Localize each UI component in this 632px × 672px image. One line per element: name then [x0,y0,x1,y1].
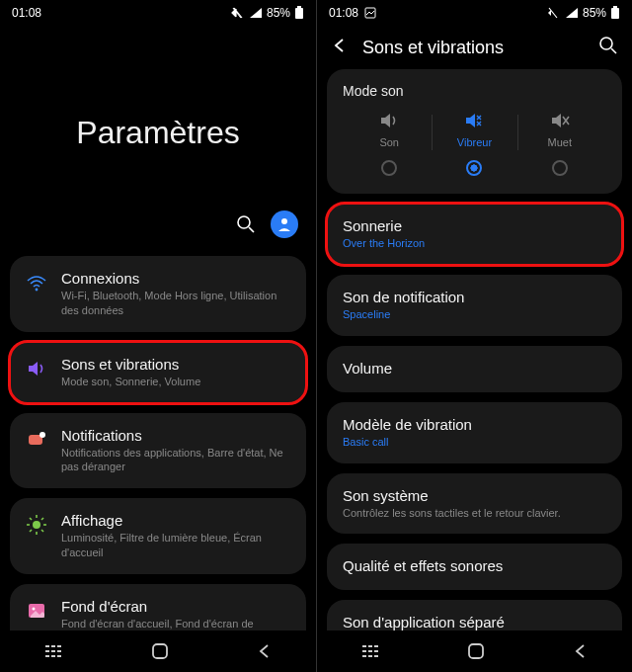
phone-right: 01:08 85% Sons et vibrations Mode son So… [316,0,632,672]
item-sub: Mode son, Sonnerie, Volume [61,375,290,389]
item-sonnerie[interactable]: Sonnerie Over the Horizon [327,204,622,265]
sound-icon [378,111,400,130]
settings-item-notifications[interactable]: Notifications Notifications des applicat… [10,413,306,489]
mode-label: Vibreur [457,136,492,148]
item-modele-vibration[interactable]: Modèle de vibration Basic call [327,402,622,463]
item-title: Volume [343,360,606,377]
radio-unchecked[interactable] [552,160,568,176]
nav-back-icon[interactable] [573,643,589,659]
wifi-icon [26,272,47,297]
item-title: Affichage [61,512,290,529]
svg-point-8 [40,432,45,438]
profile-avatar[interactable] [271,210,298,238]
notification-icon [26,429,47,455]
svg-point-34 [600,38,612,49]
item-volume[interactable]: Volume [327,346,622,392]
svg-line-17 [41,518,43,520]
item-title: Son de notification [343,289,606,305]
mode-son-label: Mode son [343,83,606,99]
mode-label: Son [379,136,399,148]
status-icons: 85% [231,6,304,20]
nav-home-icon[interactable] [467,642,485,660]
appbar-title: Sons et vibrations [362,38,585,58]
svg-rect-47 [469,644,483,658]
mode-son[interactable]: Son [347,111,432,180]
svg-rect-33 [613,6,617,8]
radio-unchecked[interactable] [381,160,397,176]
settings-item-connexions[interactable]: Connexions Wi-Fi, Bluetooth, Mode Hors l… [10,256,306,332]
search-icon[interactable] [598,36,618,59]
item-son-systeme[interactable]: Son système Contrôlez les sons tactiles … [327,473,622,535]
item-title: Connexions [61,270,290,287]
item-title: Fond d'écran [61,598,290,615]
svg-line-14 [30,518,32,520]
settings-item-affichage[interactable]: Affichage Luminosité, Filtre de lumière … [10,498,306,574]
item-sub: Over the Horizon [343,236,606,251]
app-bar: Sons et vibrations [317,26,632,69]
item-qualite-effets[interactable]: Qualité et effets sonores [327,544,622,590]
item-title: Notifications [61,427,290,444]
svg-point-19 [33,607,36,610]
svg-point-3 [238,216,250,228]
item-title: Qualité et effets sonores [343,557,606,574]
item-sub: Contrôlez les sons tactiles et le retour… [343,506,606,521]
status-icons: 85% [547,6,620,20]
svg-line-4 [249,227,254,232]
svg-line-16 [30,530,32,532]
status-time: 01:08 [329,6,358,20]
item-sub: Spaceline [343,307,606,322]
svg-rect-1 [295,8,303,19]
mode-vibreur[interactable]: Vibreur [432,111,516,180]
svg-rect-29 [153,644,167,658]
svg-point-6 [36,289,39,292]
svg-line-35 [611,48,616,53]
item-sub: Basic call [343,435,606,450]
item-sub: Luminosité, Filtre de lumière bleue, Écr… [61,531,290,560]
item-sub: Notifications des applications, Barre d'… [61,446,290,475]
item-title: Son système [343,487,606,504]
status-bar: 01:08 85% [317,0,632,26]
settings-item-sons[interactable]: Sons et vibrations Mode son, Sonnerie, V… [10,342,306,403]
svg-point-9 [33,521,40,529]
svg-rect-32 [611,8,619,19]
item-sub: Fond d'écran d'accueil, Fond d'écran de … [61,617,290,630]
mode-label: Muet [548,136,572,148]
status-bar: 01:08 85% [0,0,316,26]
status-battery: 85% [583,6,606,20]
settings-list: Connexions Wi-Fi, Bluetooth, Mode Hors l… [0,256,316,630]
item-sub: Wi-Fi, Bluetooth, Mode Hors ligne, Utili… [61,289,290,318]
item-title: Sonnerie [343,217,606,234]
nav-home-icon[interactable] [151,642,169,660]
settings-item-fond-ecran[interactable]: Fond d'écran Fond d'écran d'accueil, Fon… [10,584,306,630]
item-title: Son d'application séparé [343,614,606,630]
radio-checked[interactable] [466,160,482,176]
brightness-icon [26,514,47,540]
nav-recent-icon[interactable] [360,643,380,659]
item-title: Modèle de vibration [343,416,606,433]
item-title: Sons et vibrations [61,356,290,373]
item-son-notification[interactable]: Son de notification Spaceline [327,275,622,336]
status-battery: 85% [267,6,290,20]
media-icon [364,7,376,19]
nav-back-icon[interactable] [257,643,273,659]
sound-settings-list: Mode son Son Vibreur Muet [317,69,632,630]
volume-icon [26,358,47,383]
back-icon[interactable] [331,37,349,58]
wallpaper-icon [26,600,47,626]
page-title: Paramètres [0,26,316,151]
status-time: 01:08 [12,6,41,20]
nav-bar [317,630,632,672]
svg-rect-2 [297,6,301,8]
nav-bar [0,630,316,672]
search-icon[interactable] [235,213,257,235]
svg-point-5 [281,218,287,224]
mute-icon [549,111,571,130]
svg-line-15 [41,530,43,532]
item-son-application[interactable]: Son d'application séparé Lisez le son de… [327,600,622,630]
vibrate-icon [463,111,485,130]
mode-muet[interactable]: Muet [517,111,602,180]
mode-son-card: Mode son Son Vibreur Muet [327,69,622,194]
phone-left: 01:08 85% Paramètres Connexions Wi-Fi, B… [0,0,316,672]
nav-recent-icon[interactable] [43,643,63,659]
